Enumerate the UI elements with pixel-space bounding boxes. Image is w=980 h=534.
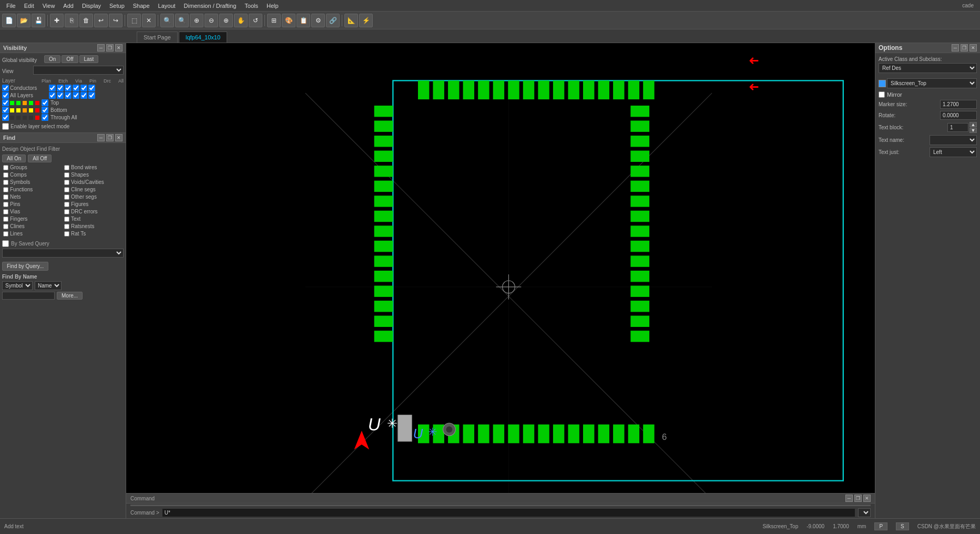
find-more-btn[interactable]: More... (57, 292, 83, 300)
menu-setup[interactable]: Setup (105, 3, 129, 9)
toolbar-color[interactable]: 🎨 (282, 14, 295, 27)
global-vis-last-btn[interactable]: Last (79, 55, 99, 63)
find-all-off-btn[interactable]: All Off (28, 155, 52, 162)
toolbar-copy[interactable]: ⎘ (65, 14, 78, 27)
command-restore-btn[interactable]: ❐ (854, 495, 862, 502)
through-all-check[interactable] (42, 114, 48, 121)
options-minimize-btn[interactable]: ─ (952, 44, 959, 52)
toolbar-pan[interactable]: ✋ (234, 14, 248, 27)
find-rat-ts-check[interactable] (64, 231, 69, 237)
conductors-check[interactable] (2, 85, 9, 91)
menu-shape[interactable]: Shape (129, 3, 154, 9)
toolbar-deselect[interactable]: ✕ (142, 14, 156, 27)
visibility-minimize-btn[interactable]: ─ (97, 44, 105, 52)
find-all-on-btn[interactable]: All On (2, 155, 26, 162)
saved-query-select[interactable] (2, 249, 124, 258)
menu-display[interactable]: Display (78, 3, 105, 9)
text-just-select[interactable]: Left Center Right (930, 147, 977, 157)
toolbar-undo[interactable]: ↩ (94, 14, 108, 27)
find-pins-check[interactable] (3, 202, 8, 207)
rotate-input[interactable] (940, 111, 977, 120)
by-saved-query-check[interactable] (2, 240, 9, 247)
all-etch-check[interactable] (57, 92, 64, 99)
command-input[interactable] (162, 509, 855, 517)
toolbar-save[interactable]: 💾 (32, 14, 45, 27)
menu-view[interactable]: View (38, 3, 59, 9)
find-symbols-check[interactable] (3, 180, 8, 185)
find-close-btn[interactable]: ✕ (115, 134, 122, 141)
menu-file[interactable]: File (2, 3, 20, 9)
find-nets-check[interactable] (3, 194, 8, 200)
cond-all-check[interactable] (88, 85, 95, 91)
cond-drc-check[interactable] (80, 85, 87, 91)
menu-edit[interactable]: Edit (20, 3, 38, 9)
enable-layer-check[interactable] (2, 123, 9, 130)
toolbar-new[interactable]: 📄 (2, 14, 16, 27)
find-by-query-btn[interactable]: Find by Query... (2, 262, 48, 271)
text-block-up-btn[interactable]: ▲ (969, 122, 977, 127)
all-via-check[interactable] (65, 92, 72, 99)
command-close-btn[interactable]: ✕ (863, 495, 871, 502)
find-lines-check[interactable] (3, 231, 8, 237)
symbol-type-select[interactable]: Symbol (2, 281, 33, 290)
find-comps-check[interactable] (3, 172, 8, 178)
cond-plan-check[interactable] (49, 85, 56, 91)
menu-tools[interactable]: Tools (240, 3, 262, 9)
tab-lqfp64[interactable]: lqfp64_10x10 (179, 32, 227, 43)
visibility-close-btn[interactable]: ✕ (115, 44, 122, 52)
toolbar-design[interactable]: ⚙ (311, 14, 325, 27)
find-text-check[interactable] (64, 217, 69, 222)
tab-start-page[interactable]: Start Page (137, 32, 178, 43)
options-restore-btn[interactable]: ❐ (961, 44, 968, 52)
cond-via-check[interactable] (65, 85, 72, 91)
find-ratsnests-check[interactable] (64, 224, 69, 229)
through-check[interactable] (2, 114, 9, 121)
bottom-check[interactable] (2, 107, 9, 114)
toolbar-zoom-out[interactable]: 🔍 (175, 14, 189, 27)
text-name-select[interactable] (930, 135, 977, 145)
find-fingers-check[interactable] (3, 217, 8, 222)
all-layers-check[interactable] (2, 92, 9, 99)
mirror-checkbox[interactable] (879, 91, 885, 98)
toolbar-select[interactable]: ⬚ (127, 14, 141, 27)
global-vis-off-btn[interactable]: Off (62, 55, 78, 63)
global-vis-on-btn[interactable]: On (44, 55, 60, 63)
all-all-check[interactable] (88, 92, 95, 99)
class-select[interactable]: Ref Des (879, 63, 977, 73)
find-clines-check[interactable] (3, 224, 8, 229)
find-name-input[interactable] (2, 292, 55, 300)
find-functions-check[interactable] (3, 187, 8, 192)
all-plan-check[interactable] (49, 92, 56, 99)
top-check[interactable] (2, 99, 9, 106)
find-bond-wires-check[interactable] (64, 165, 69, 170)
command-minimize-btn[interactable]: ─ (845, 495, 853, 502)
toolbar-zoom-fit[interactable]: ⊕ (190, 14, 203, 27)
toolbar-open[interactable]: 📂 (17, 14, 30, 27)
command-dropdown[interactable] (858, 508, 871, 517)
find-figures-check[interactable] (64, 202, 69, 207)
toolbar-drc[interactable]: ⚡ (359, 14, 373, 27)
top-all-check[interactable] (42, 99, 48, 106)
toolbar-zoom-next[interactable]: ⊕ (219, 14, 233, 27)
menu-layout[interactable]: Layout (154, 3, 180, 9)
find-restore-btn[interactable]: ❐ (106, 134, 114, 141)
find-shapes-check[interactable] (64, 172, 69, 178)
toolbar-add[interactable]: ✚ (50, 14, 64, 27)
find-cline-segs-check[interactable] (64, 187, 69, 192)
canvas-area[interactable]: U ✳ U ✳ 6 ➜ ➜ (126, 43, 875, 518)
toolbar-measure[interactable]: 📐 (344, 14, 358, 27)
toolbar-zoom-prev[interactable]: ⊖ (205, 14, 218, 27)
text-block-down-btn[interactable]: ▼ (969, 128, 977, 133)
menu-dimension[interactable]: Dimension / Drafting (180, 3, 241, 9)
toolbar-zoom-in[interactable]: 🔍 (160, 14, 174, 27)
all-drc-check[interactable] (80, 92, 87, 99)
cond-pin-check[interactable] (73, 85, 79, 91)
text-block-input[interactable] (947, 123, 968, 132)
toolbar-layers[interactable]: 📋 (297, 14, 310, 27)
toolbar-refresh[interactable]: ↺ (249, 14, 262, 27)
toolbar-grid[interactable]: ⊞ (267, 14, 281, 27)
cond-etch-check[interactable] (57, 85, 64, 91)
find-drc-errors-check[interactable] (64, 209, 69, 214)
find-vias-check[interactable] (3, 209, 8, 214)
find-minimize-btn[interactable]: ─ (97, 134, 105, 141)
